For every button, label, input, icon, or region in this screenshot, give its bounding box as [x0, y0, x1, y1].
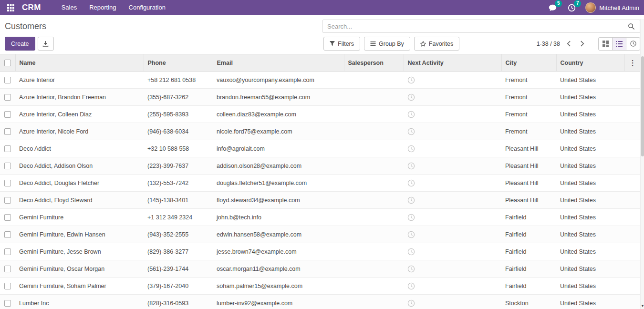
menu-sales[interactable]: Sales [55, 0, 83, 15]
column-header-country[interactable]: Country [556, 54, 624, 72]
table-row[interactable]: Azure Interior, Brandon Freeman (355)-68… [0, 89, 641, 106]
cell-salesperson [344, 72, 404, 89]
filters-button[interactable]: Filters [323, 37, 360, 51]
cell-phone: (355)-687-3262 [144, 89, 213, 106]
schedule-activity-icon[interactable] [407, 128, 415, 135]
schedule-activity-icon[interactable] [407, 282, 415, 290]
column-header-city[interactable]: City [501, 54, 556, 72]
menu-configuration[interactable]: Configuration [123, 0, 172, 15]
cell-salesperson [344, 89, 404, 106]
schedule-activity-icon[interactable] [407, 248, 415, 256]
group-by-button[interactable]: Group By [364, 37, 410, 51]
search-box [322, 20, 640, 33]
table-row[interactable]: Azure Interior, Colleen Diaz (255)-595-8… [0, 106, 641, 123]
cell-country: United States [556, 106, 624, 123]
schedule-activity-icon[interactable] [407, 162, 415, 170]
cell-email: douglas.fletcher51@example.com [213, 175, 344, 192]
schedule-activity-icon[interactable] [407, 231, 415, 238]
row-checkbox[interactable] [4, 128, 11, 135]
menu-reporting[interactable]: Reporting [83, 0, 122, 15]
cell-email: john.b@tech.info [213, 209, 344, 226]
row-checkbox[interactable] [4, 266, 11, 272]
column-header-name[interactable]: Name [15, 54, 144, 72]
row-checkbox[interactable] [4, 248, 11, 255]
customers-table: Name Phone Email Salesperson Next Activi… [0, 54, 641, 309]
apps-menu-icon[interactable] [5, 2, 16, 13]
avatar [585, 2, 596, 13]
cell-salesperson [344, 123, 404, 140]
scrollbar-down-icon[interactable]: ▾ [641, 303, 644, 309]
cell-city: Fairfield [501, 278, 556, 295]
schedule-activity-icon[interactable] [407, 93, 415, 101]
table-row[interactable]: Deco Addict +32 10 588 558 info@agrolait… [0, 140, 641, 157]
schedule-activity-icon[interactable] [407, 76, 415, 84]
table-row[interactable]: Gemini Furniture, Edwin Hansen (943)-352… [0, 226, 641, 243]
messages-icon[interactable]: 5 [547, 2, 558, 13]
schedule-activity-icon[interactable] [407, 145, 415, 153]
messages-badge: 5 [555, 0, 562, 7]
schedule-activity-icon[interactable] [407, 299, 415, 307]
row-checkbox[interactable] [4, 180, 11, 186]
cell-country: United States [556, 260, 624, 278]
cell-email: edwin.hansen58@example.com [213, 226, 344, 243]
scrollbar-thumb[interactable] [641, 56, 644, 156]
table-row[interactable]: Azure Interior +58 212 681 0538 vauxoo@y… [0, 72, 641, 89]
table-row[interactable]: Deco Addict, Addison Olson (223)-399-763… [0, 157, 641, 175]
activities-icon[interactable]: 7 [566, 2, 577, 13]
optional-columns-icon[interactable]: ⋮ [624, 54, 641, 72]
cell-next-activity [404, 106, 501, 123]
cell-salesperson [344, 157, 404, 175]
schedule-activity-icon[interactable] [407, 111, 415, 118]
search-options: Filters Group By Favorites [323, 37, 459, 51]
app-title[interactable]: CRM [22, 3, 41, 12]
row-checkbox[interactable] [4, 231, 11, 238]
favorites-button[interactable]: Favorites [414, 37, 459, 51]
cell-city: Pleasant Hill [501, 175, 556, 192]
create-button[interactable]: Create [5, 37, 35, 51]
cell-options-spacer [624, 140, 641, 157]
column-header-phone[interactable]: Phone [144, 54, 213, 72]
activities-badge: 7 [574, 0, 581, 7]
table-row[interactable]: Gemini Furniture, Soham Palmer (379)-167… [0, 278, 641, 295]
table-row[interactable]: Lumber Inc (828)-316-0593 lumber-inv92@e… [0, 295, 641, 309]
cell-phone: +32 10 588 558 [144, 140, 213, 157]
cell-options-spacer [624, 295, 641, 309]
column-header-next-activity[interactable]: Next Activity [404, 54, 501, 72]
row-checkbox[interactable] [4, 214, 11, 221]
schedule-activity-icon[interactable] [407, 214, 415, 221]
pager-next-icon[interactable] [580, 38, 592, 50]
row-checkbox[interactable] [4, 77, 11, 83]
table-row[interactable]: Azure Interior, Nicole Ford (946)-638-60… [0, 123, 641, 140]
user-name: Mitchell Admin [599, 4, 639, 11]
search-icon[interactable] [628, 21, 638, 31]
export-icon[interactable] [38, 37, 54, 51]
user-menu[interactable]: Mitchell Admin [585, 2, 639, 13]
cell-next-activity [404, 72, 501, 89]
table-row[interactable]: Gemini Furniture +1 312 349 2324 john.b@… [0, 209, 641, 226]
schedule-activity-icon[interactable] [407, 196, 415, 204]
cell-email: nicole.ford75@example.com [213, 123, 344, 140]
select-all-checkbox[interactable] [4, 60, 11, 66]
cell-country: United States [556, 192, 624, 209]
row-checkbox[interactable] [4, 283, 11, 289]
table-row[interactable]: Deco Addict, Douglas Fletcher (132)-553-… [0, 175, 641, 192]
pager-previous-icon[interactable] [567, 38, 578, 50]
search-input[interactable] [322, 20, 640, 33]
activity-view-icon[interactable] [626, 37, 640, 51]
row-checkbox[interactable] [4, 94, 11, 101]
schedule-activity-icon[interactable] [407, 265, 415, 273]
column-header-salesperson[interactable]: Salesperson [344, 54, 404, 72]
cell-phone: (829)-386-3277 [144, 243, 213, 260]
row-checkbox[interactable] [4, 163, 11, 169]
table-row[interactable]: Gemini Furniture, Jesse Brown (829)-386-… [0, 243, 641, 260]
column-header-email[interactable]: Email [213, 54, 344, 72]
table-row[interactable]: Gemini Furniture, Oscar Morgan (561)-239… [0, 260, 641, 278]
list-view-icon[interactable] [612, 37, 626, 51]
row-checkbox[interactable] [4, 111, 11, 118]
row-checkbox[interactable] [4, 145, 11, 152]
table-row[interactable]: Deco Addict, Floyd Steward (145)-138-340… [0, 192, 641, 209]
row-checkbox[interactable] [4, 197, 11, 204]
row-checkbox[interactable] [4, 300, 11, 307]
kanban-view-icon[interactable] [598, 37, 613, 51]
schedule-activity-icon[interactable] [407, 179, 415, 187]
